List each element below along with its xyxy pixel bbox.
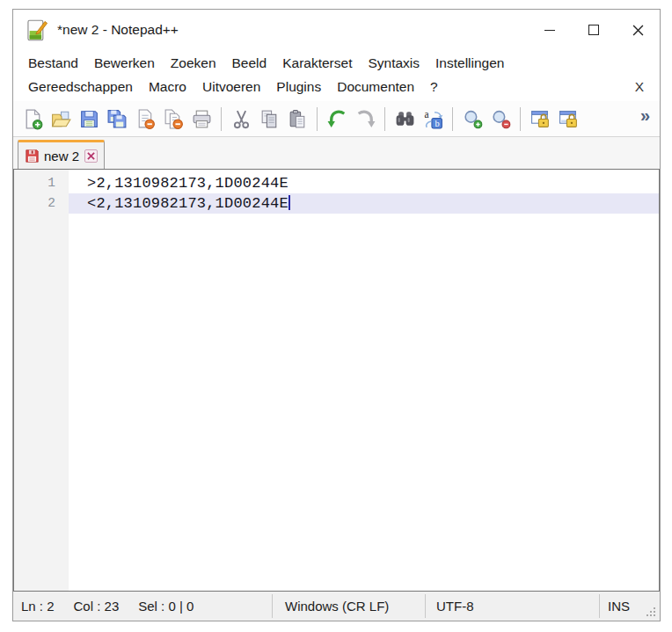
redo-icon [354, 108, 376, 130]
status-cursor-position[interactable]: Ln : 2 Col : 23 Sel : 0 | 0 [13, 592, 272, 621]
menu-instellingen[interactable]: Instellingen [427, 54, 512, 73]
save-all-button[interactable] [103, 105, 131, 133]
new-file-button[interactable] [18, 105, 47, 133]
minimize-icon [544, 30, 555, 31]
line-text: >2,1310982173,1D00244E [69, 173, 659, 193]
tab-close-icon [87, 152, 95, 160]
close-file-button[interactable] [131, 105, 159, 133]
unsaved-indicator-icon [25, 149, 44, 163]
tab-close-button[interactable] [84, 149, 98, 163]
menu-plugins[interactable]: Plugins [268, 77, 329, 97]
minimize-button[interactable] [528, 10, 572, 50]
text-caret [289, 195, 290, 210]
paste-icon [287, 108, 309, 130]
menu-macro[interactable]: Macro [141, 77, 194, 97]
toolbar-separator [520, 107, 521, 131]
save-all-icon [106, 108, 128, 130]
sync-horizontal-scroll-icon [558, 108, 580, 130]
status-bar: Ln : 2 Col : 23 Sel : 0 | 0 Windows (CR … [13, 592, 660, 621]
sync-horizontal-scroll-button[interactable] [554, 105, 582, 133]
window-title: *new 2 - Notepad++ [57, 22, 179, 38]
svg-text:a: a [424, 108, 428, 119]
menu-row-2: Gereedschappen Macro Uitvoeren Plugins D… [22, 75, 651, 98]
menu-bar: Bestand Bewerken Zoeken Beeld Karakterse… [13, 50, 660, 101]
cut-button[interactable] [227, 105, 255, 133]
line-text: <2,1310982173,1D00244E [69, 193, 659, 214]
tab-new-2[interactable]: new 2 [18, 140, 105, 170]
titlebar[interactable]: *new 2 - Notepad++ [13, 10, 660, 50]
replace-icon: ab [422, 108, 444, 130]
status-column: Col : 23 [74, 599, 120, 614]
tab-label: new 2 [44, 149, 79, 163]
save-file-button[interactable] [75, 105, 103, 133]
copy-icon [259, 108, 281, 130]
toolbar-separator [384, 107, 385, 131]
resize-grip-icon [646, 607, 656, 617]
menu-syntaxis[interactable]: Syntaxis [360, 54, 427, 73]
close-all-icon [163, 108, 185, 130]
toolbar-separator [452, 107, 453, 131]
window-controls [528, 10, 660, 50]
new-file-icon [22, 108, 44, 130]
menu-gereedschappen[interactable]: Gereedschappen [22, 77, 141, 97]
print-icon [191, 108, 213, 130]
notepad-plus-plus-logo-icon [25, 18, 48, 42]
undo-icon [326, 108, 348, 130]
redo-button[interactable] [351, 105, 379, 133]
replace-button[interactable]: ab [419, 105, 447, 133]
zoom-out-button[interactable] [486, 105, 515, 133]
line-number: 1 [14, 173, 69, 193]
close-button[interactable] [616, 10, 660, 50]
save-file-icon [78, 108, 100, 130]
close-file-icon [135, 108, 157, 130]
toolbar-overflow-chevron[interactable]: » [640, 105, 654, 132]
close-all-button[interactable] [159, 105, 187, 133]
menu-help[interactable]: ? [422, 77, 446, 97]
status-line: Ln : 2 [21, 599, 55, 614]
maximize-icon [588, 25, 599, 35]
open-file-icon [50, 108, 72, 130]
menu-documenten[interactable]: Documenten [329, 77, 422, 97]
paste-button[interactable] [283, 105, 311, 133]
print-button[interactable] [187, 105, 215, 133]
status-insert-mode[interactable]: INS [600, 592, 639, 621]
svg-text:b: b [435, 118, 439, 127]
menu-zoeken[interactable]: Zoeken [163, 54, 224, 73]
open-file-button[interactable] [47, 105, 75, 133]
sync-vertical-scroll-icon [530, 108, 551, 130]
zoom-in-icon [462, 108, 484, 130]
status-selection: Sel : 0 | 0 [138, 599, 194, 614]
menu-beeld[interactable]: Beeld [224, 54, 275, 73]
sync-vertical-scroll-button[interactable] [526, 105, 554, 133]
undo-button[interactable] [323, 105, 351, 133]
menu-bestand[interactable]: Bestand [22, 54, 86, 73]
close-icon [632, 25, 644, 36]
menu-close-document-button[interactable]: X [628, 77, 651, 97]
menu-bewerken[interactable]: Bewerken [86, 54, 163, 73]
status-encoding[interactable]: UTF-8 [426, 592, 599, 621]
notepad-plus-plus-window: *new 2 - Notepad++ Bestand Bewerken Zoek… [12, 9, 661, 621]
menu-row-1: Bestand Bewerken Zoeken Beeld Karakterse… [22, 51, 651, 75]
resize-grip[interactable] [639, 592, 660, 621]
cut-icon [230, 108, 252, 130]
tab-bar: new 2 [13, 136, 660, 169]
zoom-in-button[interactable] [458, 105, 486, 133]
zoom-out-icon [490, 108, 512, 130]
code-line-1: 1 >2,1310982173,1D00244E [14, 173, 659, 193]
copy-button[interactable] [255, 105, 283, 133]
code-line-2-current: 2 <2,1310982173,1D00244E [14, 193, 659, 214]
toolbar-separator [221, 107, 222, 131]
toolbar-separator [317, 107, 318, 131]
menu-uitvoeren[interactable]: Uitvoeren [194, 77, 268, 97]
find-icon [394, 108, 416, 130]
maximize-button[interactable] [572, 10, 616, 50]
line-text-content: <2,1310982173,1D00244E [87, 195, 289, 212]
menu-karakterset[interactable]: Karakterset [274, 54, 360, 73]
toolbar: ab » [13, 101, 660, 136]
status-eol-format[interactable]: Windows (CR LF) [273, 592, 425, 621]
find-button[interactable] [391, 105, 419, 133]
editor-surface[interactable]: 1 >2,1310982173,1D00244E 2 <2,1310982173… [13, 169, 660, 592]
line-number: 2 [14, 193, 69, 214]
